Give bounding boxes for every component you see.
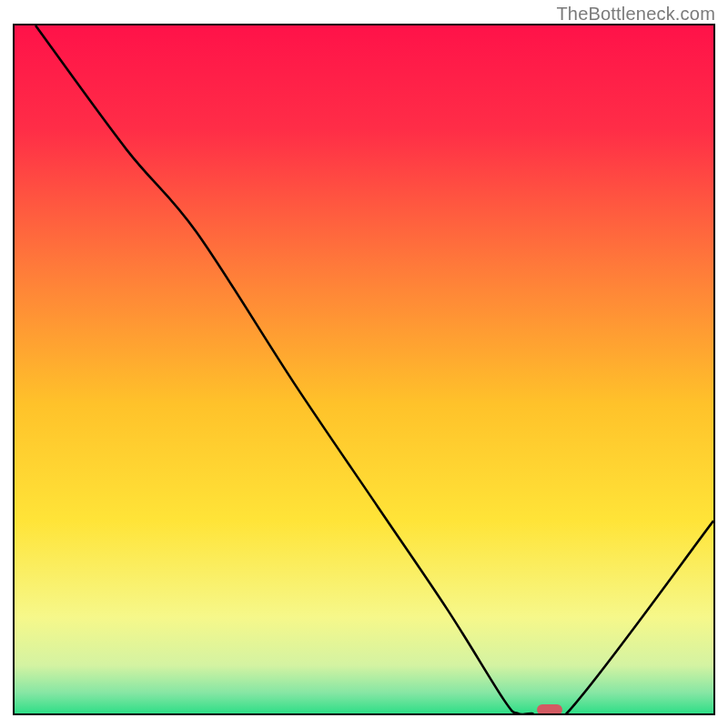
optimal-marker: [537, 704, 562, 715]
plot-frame: [13, 24, 715, 715]
watermark-label: TheBottleneck.com: [556, 4, 715, 25]
bottleneck-curve: [35, 25, 713, 713]
curve-layer: [15, 25, 713, 713]
chart-container: TheBottleneck.com: [0, 0, 728, 728]
